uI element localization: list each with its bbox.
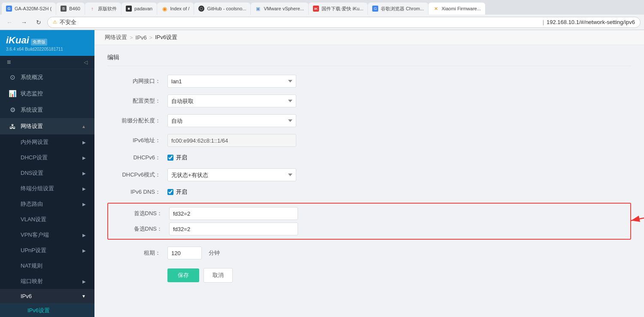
lease-input[interactable]: [167, 247, 202, 259]
sidebar-sub-upnp[interactable]: UPnP设置 ▶: [0, 243, 94, 258]
form-row-primary-dns: 首选DNS：: [109, 204, 629, 221]
sidebar-label-system-settings: 系统设置: [21, 106, 86, 114]
tab-favicon-original: ↑: [89, 6, 95, 12]
dhcp-arrow: ▶: [82, 155, 86, 160]
static-routing-arrow: ▶: [82, 202, 86, 207]
tab-label-index: Index of /: [170, 6, 189, 11]
sidebar-nav: ⊙ 系统概况 📊 状态监控 ⚙ 系统设置 🖧 网络设置 ▲ 内外网设置: [0, 69, 94, 317]
form-row-ipv6-address: IPv6地址：: [107, 134, 631, 147]
tab-chrome[interactable]: G 谷歌浏览器 Chrom...: [368, 3, 428, 15]
tab-ikuai[interactable]: IK 国件下载·爱快 iKu...: [309, 3, 368, 15]
secondary-dns-control: [169, 223, 298, 235]
breadcrumb-current: IPv6设置: [155, 34, 177, 41]
menu-toggle[interactable]: ≡: [7, 58, 11, 66]
dhcpv6-control: 开启: [167, 154, 296, 162]
upnp-arrow: ▶: [82, 248, 86, 253]
dhcpv6-text: 开启: [176, 154, 187, 162]
internal-external-arrow: ▶: [82, 140, 86, 145]
interface-select[interactable]: lan1: [167, 75, 296, 88]
logo-version: 3.6.4 x64 Build202205181711: [6, 47, 63, 52]
sidebar-item-system-settings[interactable]: ⚙ 系统设置: [0, 102, 94, 118]
sidebar-sub-internal-external[interactable]: 内外网设置 ▶: [0, 134, 94, 150]
tab-favicon-github: ⬡: [198, 6, 204, 12]
sidebar-sub-terminal-groups[interactable]: 终端分组设置 ▶: [0, 181, 94, 196]
secondary-dns-input[interactable]: [169, 223, 298, 235]
sidebar-label-network-settings: 网络设置: [21, 122, 77, 130]
sidebar-sub-dns[interactable]: DNS设置 ▶: [0, 165, 94, 181]
tab-label-vmware: VMware vSphere...: [264, 6, 304, 11]
dhcpv6-checkbox[interactable]: [167, 155, 173, 161]
sidebar-sub-nat[interactable]: NAT规则: [0, 258, 94, 274]
back-button[interactable]: ←: [3, 16, 15, 28]
sidebar-sub-port-mapping[interactable]: 端口映射 ▶: [0, 274, 94, 289]
tab-vmware[interactable]: ▣ VMware vSphere...: [251, 3, 308, 15]
dns-label: DNS设置: [21, 169, 43, 177]
terminal-groups-arrow: ▶: [82, 186, 86, 191]
sidebar-sub-ipv6-settings[interactable]: IPv6设置: [0, 303, 94, 317]
tab-favicon-index: ◉: [161, 6, 167, 12]
dhcpv6-mode-select[interactable]: 无状态+有状态: [167, 168, 296, 181]
interface-control: lan1: [167, 75, 296, 88]
primary-dns-label: 首选DNS：: [109, 210, 169, 217]
ipv6-address-control: [167, 134, 296, 147]
breadcrumb-ipv6[interactable]: IPv6: [136, 34, 147, 41]
breadcrumb-network[interactable]: 网络设置: [105, 34, 127, 41]
breadcrumb-sep2: >: [149, 34, 153, 41]
tab-favicon-b460: B: [61, 6, 67, 12]
sidebar-item-network-settings[interactable]: 🖧 网络设置 ▲: [0, 118, 94, 134]
tab-favicon-vmware: ▣: [255, 6, 261, 12]
tab-github[interactable]: ⬡ GitHub - coolsno...: [194, 3, 250, 15]
static-routing-label: 静态路由: [21, 200, 43, 208]
nat-label: NAT规则: [21, 262, 43, 270]
ipv6-address-input: [167, 134, 296, 147]
sidebar-item-system-overview[interactable]: ⊙ 系统概况: [0, 69, 94, 85]
tab-padavan[interactable]: ■ padavan: [122, 3, 157, 15]
sidebar-sub-vpn[interactable]: VPN客户端 ▶: [0, 227, 94, 243]
form-row-interface: 内网接口： lan1: [107, 75, 631, 88]
lease-unit: 分钟: [209, 249, 220, 257]
tab-label-b460: B460: [69, 6, 80, 11]
primary-dns-input[interactable]: [169, 207, 298, 220]
primary-dns-control: [169, 207, 298, 220]
reload-button[interactable]: ↻: [33, 16, 45, 28]
main-content: 编辑 内网接口： lan1 配置类型：: [94, 45, 644, 317]
browser-toolbar: ← → ↻ ⚠ 不安全 | 192.168.10.1/#/network-set…: [0, 15, 644, 30]
sidebar-sub-dhcp[interactable]: DHCP设置 ▶: [0, 150, 94, 165]
dhcp-label: DHCP设置: [21, 154, 48, 162]
save-button[interactable]: 保存: [167, 268, 199, 282]
ipv6-dns-checkbox[interactable]: [167, 189, 173, 195]
sidebar-collapse[interactable]: ◁: [84, 59, 88, 65]
sidebar-sub-static-routing[interactable]: 静态路由 ▶: [0, 196, 94, 212]
sidebar-sub-ipv6[interactable]: IPv6 ▼: [0, 289, 94, 303]
sidebar-sub-vlan[interactable]: VLAN设置: [0, 212, 94, 227]
breadcrumb-sep1: >: [130, 34, 133, 41]
tab-xiaomi[interactable]: ✕ Xiaomi Firmware...: [428, 3, 485, 15]
cancel-button[interactable]: 取消: [204, 268, 233, 283]
address-bar[interactable]: ⚠ 不安全 | 192.168.10.1/#/network-setting/i…: [47, 17, 641, 28]
dhcpv6-mode-control: 无状态+有状态: [167, 168, 296, 181]
vpn-arrow: ▶: [82, 233, 86, 238]
sidebar-header: iKuai 免费版 3.6.4 x64 Build202205181711: [0, 30, 94, 56]
breadcrumb: 网络设置 > IPv6 > IPv6设置: [94, 30, 644, 45]
sidebar-item-status-monitor[interactable]: 📊 状态监控: [0, 85, 94, 102]
tab-index[interactable]: ◉ Index of /: [157, 3, 194, 15]
tab-original[interactable]: ↑ 原版软件: [85, 3, 121, 15]
logo-brand: iKuai: [6, 35, 29, 46]
forward-button[interactable]: →: [18, 16, 30, 28]
config-type-label: 配置类型：: [107, 97, 167, 105]
interface-label: 内网接口：: [107, 77, 167, 85]
url-full: 192.168.10.1/#/network-setting/ipv6: [547, 19, 635, 25]
tab-b460[interactable]: B B460: [56, 3, 85, 15]
form-row-lease: 租期： 分钟: [107, 247, 631, 259]
form-row-secondary-dns: 备选DNS：: [109, 221, 629, 238]
tab-label-original: 原版软件: [98, 6, 117, 12]
internal-external-label: 内外网设置: [21, 138, 49, 146]
network-settings-icon: 🖧: [9, 123, 16, 130]
config-type-select[interactable]: 自动获取: [167, 94, 296, 107]
tab-ga[interactable]: G GA-A320M-S2H (: [2, 3, 56, 15]
tab-label-padavan: padavan: [134, 6, 152, 11]
prefix-length-select[interactable]: 自动: [167, 114, 296, 127]
logo-area: iKuai 免费版 3.6.4 x64 Build202205181711: [6, 35, 63, 52]
tab-favicon-xiaomi: ✕: [433, 6, 439, 12]
section-title: 编辑: [107, 54, 631, 66]
